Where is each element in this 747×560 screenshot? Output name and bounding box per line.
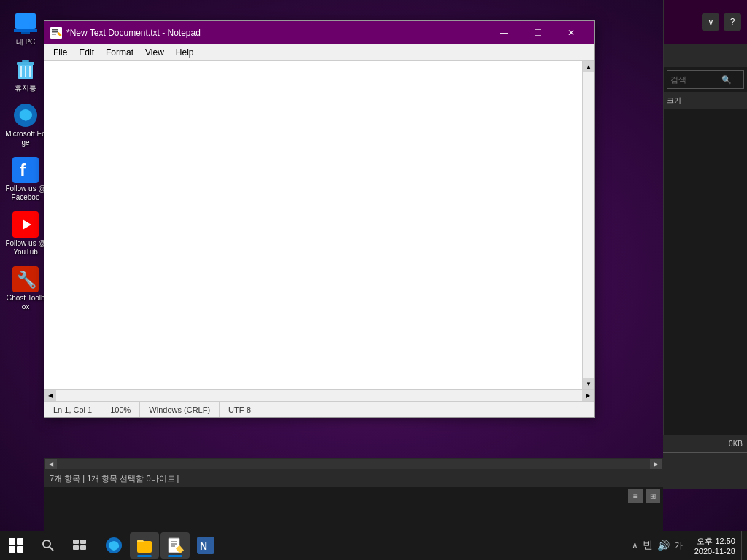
desktop-icon-facebook[interactable]: f Follow us @Faceboo [2, 154, 50, 205]
close-button[interactable]: ✕ [554, 21, 588, 44]
desktop: 내 PC 휴지통 [0, 0, 747, 560]
svg-rect-10 [12, 157, 39, 183]
taskbar-notepad-icon [166, 537, 184, 554]
taskbar-clock[interactable]: 오후 12:50 2020-11-28 [689, 536, 741, 556]
desktop-icon-youtube[interactable]: Follow us @YouTub [2, 209, 50, 260]
systray-ime[interactable]: 가 [674, 540, 683, 552]
desktop-icon-mypc-label: 내 PC [16, 38, 36, 47]
clock-time: 오후 12:50 [697, 536, 735, 547]
svg-rect-1 [14, 29, 37, 32]
scroll-thumb[interactable] [583, 72, 594, 378]
svg-rect-0 [15, 13, 36, 29]
bottom-panel-statusbar: 7개 항목 | 1개 항목 선택함 0바이트 | [44, 470, 663, 487]
status-encoding: UTF-8 [220, 402, 260, 417]
menu-format[interactable]: Format [100, 46, 139, 59]
taskbar-systray: ∧ 빈 🔊 가 [626, 539, 689, 552]
start-button[interactable] [0, 531, 32, 560]
bp-scroll-left[interactable]: ◀ [45, 459, 57, 469]
desktop-icon-youtube-label: Follow us @YouTub [5, 239, 47, 257]
desktop-icon-edge[interactable]: Microsoft Edge [2, 99, 50, 150]
status-lineending: Windows (CRLF) [140, 402, 220, 417]
desktop-icon-ghost[interactable]: 🔧 Ghost Toolbox [2, 263, 50, 314]
hscroll-right-button[interactable]: ▶ [582, 390, 594, 402]
titlebar-buttons: — ☐ ✕ [487, 21, 588, 44]
notepad-menubar: File Edit Format View Help [44, 44, 594, 61]
notepad-titlebar: *New Text Document.txt - Notepad — ☐ ✕ [44, 21, 594, 44]
bottom-panel-icons: ≡ ⊞ [44, 487, 663, 505]
scroll-down-button[interactable]: ▼ [583, 378, 594, 389]
svg-text:🔧: 🔧 [17, 270, 37, 289]
show-desktop-button[interactable] [741, 531, 747, 560]
desktop-icon-ghost-label: Ghost Toolbox [5, 294, 47, 311]
right-panel-toolbar [664, 44, 747, 67]
taskbar-explorer-icon [136, 537, 153, 554]
svg-rect-2 [21, 32, 30, 34]
right-panel-search-box[interactable]: 🔍 [667, 70, 744, 89]
right-panel: ∨ ? 🔍 크기 0KB [663, 0, 747, 489]
bottom-panel-scrollbar: ◀ ▶ [44, 458, 663, 470]
svg-rect-18 [52, 31, 58, 33]
menu-view[interactable]: View [139, 46, 170, 59]
taskbar-other-icon: N [197, 537, 214, 554]
right-panel-header: ∨ ? [664, 0, 747, 44]
bottom-panel: ◀ ▶ 7개 항목 | 1개 항목 선택함 0바이트 | ≡ ⊞ [44, 458, 663, 531]
svg-rect-4 [17, 62, 34, 65]
hscroll-left-button[interactable]: ◀ [44, 390, 56, 402]
task-view-button[interactable] [64, 531, 96, 560]
svg-rect-5 [22, 60, 29, 62]
svg-rect-28 [137, 541, 152, 553]
svg-rect-25 [73, 545, 79, 550]
svg-rect-23 [73, 540, 79, 544]
rp-help-btn[interactable]: ? [724, 13, 741, 31]
status-zoom: 100% [101, 402, 140, 417]
taskbar-explorer[interactable] [130, 532, 159, 559]
svg-text:f: f [20, 160, 26, 180]
notepad-icon [50, 27, 62, 39]
menu-help[interactable]: Help [170, 46, 200, 59]
svg-rect-17 [52, 29, 58, 31]
col-header-label: 크기 [667, 96, 681, 106]
minimize-button[interactable]: — [487, 21, 521, 44]
maximize-button[interactable]: ☐ [521, 21, 554, 44]
right-panel-files [664, 109, 747, 255]
notepad-content-area: ▲ ▼ [44, 61, 594, 389]
systray-chevron[interactable]: ∧ [632, 540, 638, 551]
taskbar-edge[interactable] [99, 532, 128, 559]
search-icon: 🔍 [721, 75, 732, 85]
scroll-up-button[interactable]: ▲ [583, 61, 594, 72]
notepad-hscrollbar: ◀ ▶ [44, 389, 594, 401]
file-size-label: 0KB [729, 440, 743, 448]
bp-view-icon1[interactable]: ≡ [628, 489, 643, 503]
desktop-icon-mypc[interactable]: 내 PC [2, 7, 50, 50]
notepad-scrollbar[interactable]: ▲ ▼ [582, 61, 594, 389]
taskbar-notepad[interactable] [160, 532, 190, 559]
bp-view-icon2[interactable]: ⊞ [646, 489, 660, 503]
desktop-icon-recycle[interactable]: 휴지통 [2, 53, 50, 96]
svg-rect-19 [52, 34, 56, 35]
svg-line-22 [50, 547, 53, 551]
right-panel-bottom-bar [663, 452, 747, 489]
taskbar: N ∧ 빈 🔊 가 오후 12:50 2020-11-28 [0, 531, 747, 560]
svg-rect-26 [80, 545, 86, 550]
notepad-textarea[interactable] [44, 61, 582, 389]
desktop-icon-facebook-label: Follow us @Faceboo [5, 184, 47, 202]
taskbar-other[interactable]: N [191, 532, 220, 559]
bp-scroll-track[interactable] [57, 459, 650, 469]
taskbar-items: N [96, 532, 626, 559]
status-position: Ln 1, Col 1 [44, 402, 101, 417]
bp-scroll-right[interactable]: ▶ [650, 459, 662, 469]
clock-date: 2020-11-28 [694, 547, 735, 556]
svg-point-21 [43, 540, 50, 548]
rp-chevron-btn[interactable]: ∨ [702, 13, 719, 31]
notepad-title: *New Text Document.txt - Notepad [66, 28, 487, 38]
search-input[interactable] [670, 75, 721, 84]
systray-sound[interactable]: 🔊 [657, 540, 670, 551]
notepad-statusbar: Ln 1, Col 1 100% Windows (CRLF) UTF-8 [44, 401, 594, 417]
menu-edit[interactable]: Edit [73, 46, 100, 59]
menu-file[interactable]: File [47, 46, 73, 59]
desktop-icon-edge-label: Microsoft Edge [5, 130, 47, 147]
search-button[interactable] [32, 531, 64, 560]
right-panel-col-header: 크기 [664, 92, 747, 109]
desktop-icon-recycle-label: 휴지통 [15, 84, 36, 93]
systray-network[interactable]: 빈 [643, 539, 653, 552]
